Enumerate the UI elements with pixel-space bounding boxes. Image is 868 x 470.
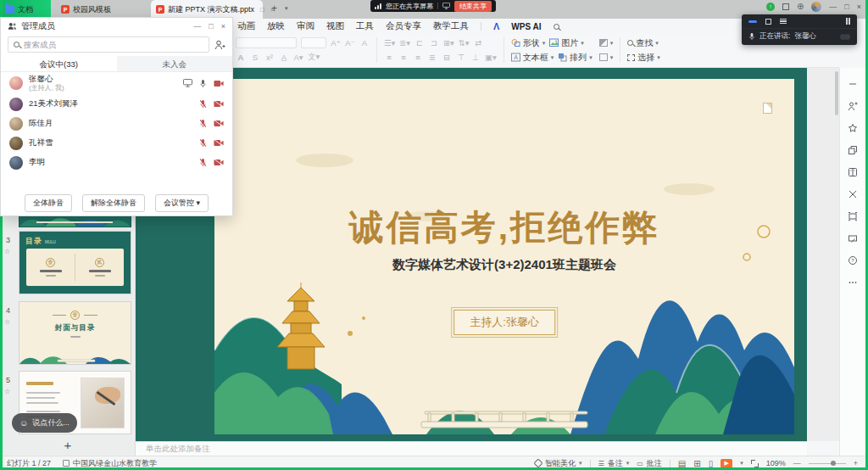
member-search-input[interactable] <box>24 40 203 49</box>
overlay-expand-icon[interactable] <box>846 18 851 25</box>
tab-restore-icon[interactable]: □ <box>260 6 264 14</box>
shape-fill-button[interactable]: ▾ <box>599 39 614 47</box>
reaction-icons[interactable] <box>842 34 850 40</box>
mic-off-icon[interactable] <box>199 138 207 148</box>
tab-list-caret-icon[interactable]: ▾ <box>285 5 288 12</box>
new-tab-button[interactable]: + <box>271 3 277 14</box>
shapes-button[interactable]: 形状▾ <box>511 37 546 49</box>
menu-slideshow[interactable]: 放映 <box>267 20 285 32</box>
overlay-list-icon[interactable] <box>780 19 787 25</box>
mic-off-icon[interactable] <box>199 158 207 167</box>
select-icon <box>627 54 635 61</box>
screen-share-icon[interactable] <box>183 79 192 87</box>
thumbnail-slide-4[interactable]: 壹 封面与目录 <box>19 301 131 365</box>
tab-active-presentation[interactable]: P 新建 PPTX 演示文稿.pptx □ × <box>151 0 263 19</box>
shape-outline-button[interactable]: ▾ <box>599 53 614 61</box>
select-button[interactable]: 选择▾ <box>627 52 660 64</box>
duplicate-layers-icon[interactable] <box>848 144 859 155</box>
slide-1[interactable]: 诚信高考,拒绝作弊 数字媒体艺术设计(3+2)2401班主题班会 主持人:张馨心 <box>214 79 794 434</box>
panel-maximize-icon[interactable]: □ <box>209 22 213 31</box>
camera-off-icon[interactable] <box>214 100 224 108</box>
layout-icon[interactable] <box>782 3 789 10</box>
panel-titlebar: 管理成员 — □ × <box>1 18 232 34</box>
slide-title[interactable]: 诚信高考,拒绝作弊 <box>214 204 794 251</box>
zoom-in-button[interactable]: + <box>854 459 858 467</box>
star-favorites-icon[interactable] <box>848 122 859 133</box>
chat-quick-bubble[interactable]: ☺ 说点什么... <box>12 413 77 433</box>
textbox-button[interactable]: A 文本框▾ <box>511 52 554 64</box>
member-row[interactable]: 张馨心 (主持人, 我) <box>1 72 232 94</box>
menu-animation[interactable]: 动画 <box>237 20 255 32</box>
mic-off-icon[interactable] <box>199 99 207 109</box>
add-member-icon[interactable] <box>214 40 225 50</box>
close-icon[interactable]: × <box>857 3 861 11</box>
text-placeholder <box>26 402 58 404</box>
reading-view-icon[interactable]: ▯ <box>709 459 714 468</box>
slide-subtitle[interactable]: 数字媒体艺术设计(3+2)2401班主题班会 <box>214 257 794 273</box>
end-share-button[interactable]: 结束共享 <box>454 1 492 12</box>
tab-docs-home[interactable]: 文档 <box>0 0 53 19</box>
panel-close-icon[interactable]: × <box>221 22 225 31</box>
tab-in-meeting[interactable]: 会议中(33) <box>1 56 117 71</box>
normal-view-icon[interactable]: ▤ <box>678 459 686 468</box>
collapse-sidebar-icon[interactable] <box>848 78 859 89</box>
camera-off-icon[interactable] <box>214 120 224 127</box>
tab-not-joined[interactable]: 未入会 <box>117 56 233 71</box>
library-icon[interactable] <box>848 166 859 177</box>
member-row[interactable]: 孔祥雪 <box>1 133 232 153</box>
notes-bar[interactable]: 单击此处添加备注 <box>136 441 807 456</box>
picture-button[interactable]: 图片▾ <box>549 37 584 49</box>
zoom-out-button[interactable]: — <box>793 459 801 467</box>
more-icon[interactable] <box>848 277 859 288</box>
zoom-slider-knob[interactable] <box>831 461 836 466</box>
meeting-control-button[interactable]: 会议管控 ▾ <box>155 194 209 212</box>
zoom-slider[interactable] <box>809 463 846 464</box>
camera-off-icon[interactable] <box>214 159 224 166</box>
material-icon[interactable] <box>848 188 859 199</box>
screen-clip-icon[interactable] <box>848 210 859 221</box>
tab-template-doc[interactable]: P 校园风模板 <box>56 0 147 19</box>
menu-review[interactable]: 审阅 <box>297 20 314 32</box>
camera-off-icon[interactable] <box>214 139 224 147</box>
slide-canvas[interactable]: 诚信高考,拒绝作弊 数字媒体艺术设计(3+2)2401班主题班会 主持人:张馨心 <box>136 68 807 441</box>
member-search-box[interactable] <box>8 36 209 53</box>
collaborate-icon[interactable] <box>848 100 859 111</box>
menu-tools[interactable]: 工具 <box>356 20 374 32</box>
fit-screen-icon[interactable] <box>751 460 759 467</box>
unmute-all-button[interactable]: 解除全体静音 <box>82 194 145 212</box>
overlay-minimize-icon[interactable] <box>748 20 757 23</box>
mute-all-button[interactable]: 全体静音 <box>25 194 72 212</box>
account-avatar[interactable] <box>811 2 821 12</box>
slide-host-box[interactable]: 主持人:张馨心 <box>453 310 555 335</box>
slideshow-play-button[interactable]: ▶ <box>721 459 732 468</box>
member-row[interactable]: 21美术刘翼泽 <box>1 94 232 114</box>
thumbnail-slide-3[interactable]: 目录MULU 壹 贰 <box>19 231 131 294</box>
play-options-caret-icon[interactable]: ▾ <box>740 460 743 467</box>
panel-minimize-icon[interactable]: — <box>193 22 201 31</box>
menu-view[interactable]: 视图 <box>326 20 344 32</box>
add-slide-button[interactable]: + <box>0 438 136 452</box>
menu-teaching-tools[interactable]: 教学工具 <box>433 20 469 32</box>
globe-icon[interactable]: ⊕ <box>797 3 804 11</box>
find-button[interactable]: 查找▾ <box>627 37 659 49</box>
wps-ai-button[interactable]: WPS AI <box>511 22 541 31</box>
help-icon[interactable]: ? <box>848 255 859 266</box>
mic-off-icon[interactable] <box>199 119 207 128</box>
camera-icon[interactable] <box>214 80 224 87</box>
slide-sorter-icon[interactable]: ⊞ <box>693 459 700 468</box>
upgrade-icon[interactable]: ↑ <box>766 3 775 11</box>
maximize-icon[interactable]: □ <box>844 3 849 11</box>
zoom-level[interactable]: 109% <box>766 459 786 467</box>
annotate-mode-icon[interactable] <box>848 232 859 243</box>
arrange-button[interactable]: 排列▾ <box>558 52 593 64</box>
menu-member-exclusive[interactable]: 会员专享 <box>386 20 421 32</box>
minimize-icon[interactable]: — <box>829 3 837 11</box>
overlay-window-icon[interactable] <box>765 19 771 25</box>
vertical-scrollbar[interactable] <box>835 71 838 115</box>
member-row[interactable]: 陈佳月 <box>1 114 232 133</box>
tab-label: 文档 <box>18 4 33 15</box>
monitor-icon[interactable] <box>442 3 450 9</box>
search-icon[interactable] <box>554 24 559 30</box>
member-row[interactable]: 李明 <box>1 153 232 172</box>
mic-on-icon[interactable] <box>199 79 207 88</box>
